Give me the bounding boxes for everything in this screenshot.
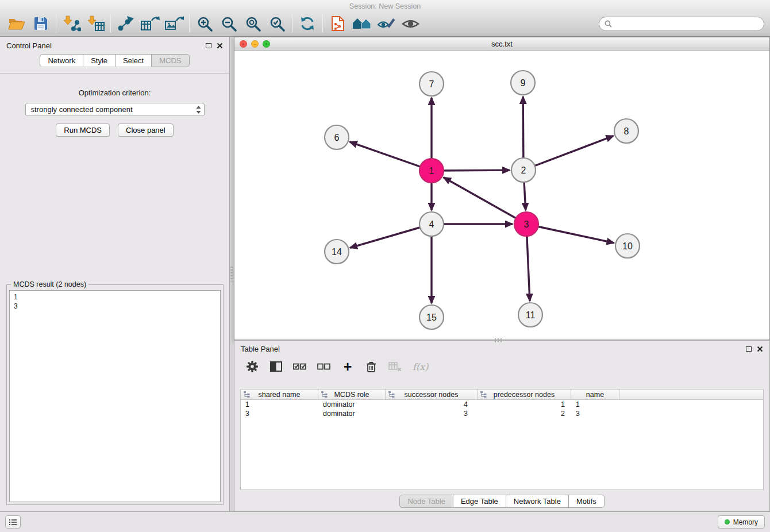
graph-node-6[interactable]: 6 — [325, 125, 349, 149]
graph-node-3[interactable]: 3 — [514, 212, 538, 236]
svg-text:14: 14 — [332, 247, 342, 257]
tab-pane-divider — [0, 73, 229, 74]
cell-predecessor-nodes[interactable]: 2 — [478, 409, 571, 418]
graph-node-4[interactable]: 4 — [419, 212, 444, 236]
cell-successor-nodes[interactable]: 4 — [386, 400, 478, 409]
criterion-dropdown[interactable]: strongly connected component — [25, 103, 205, 116]
close-table-panel-icon[interactable] — [757, 346, 763, 352]
splitter-grip[interactable] — [230, 267, 233, 282]
select-all-icon — [293, 362, 306, 371]
table-panel-splitter[interactable] — [495, 338, 503, 342]
close-panel-button[interactable]: Close panel — [118, 124, 174, 137]
tab-node-table[interactable]: Node Table — [399, 495, 453, 508]
export-image-button[interactable] — [162, 13, 186, 34]
cell-name[interactable]: 3 — [571, 409, 619, 418]
tab-motifs[interactable]: Motifs — [568, 495, 605, 508]
tab-mcds[interactable]: MCDS — [151, 54, 189, 67]
graph-edge-2-8[interactable] — [523, 136, 614, 170]
tab-edge-table[interactable]: Edge Table — [453, 495, 506, 508]
graph-node-10[interactable]: 10 — [615, 234, 640, 258]
apply-function-button[interactable]: f(x) — [413, 360, 428, 373]
cell-shared-name[interactable]: 1 — [241, 400, 318, 409]
save-session-button[interactable] — [29, 13, 53, 34]
session-document-icon — [330, 16, 345, 32]
svg-text:3: 3 — [524, 219, 529, 229]
import-table-icon — [86, 16, 105, 32]
graph-node-9[interactable]: 9 — [511, 71, 535, 95]
graph-node-7[interactable]: 7 — [419, 72, 444, 96]
show-panels-button[interactable] — [5, 515, 21, 529]
table-row[interactable]: 3 dominator 3 2 3 — [241, 409, 763, 418]
open-session-button[interactable] — [326, 13, 350, 34]
zoom-selected-button[interactable] — [265, 13, 289, 34]
graph-node-2[interactable]: 2 — [511, 158, 536, 182]
result-list-item[interactable]: 1 — [10, 292, 220, 302]
main-toolbar — [5, 12, 764, 35]
network-canvas[interactable]: 7968124314101511 — [234, 51, 769, 340]
search-input[interactable] — [615, 20, 759, 28]
cell-predecessor-nodes[interactable]: 1 — [478, 400, 571, 409]
select-all-rows-button[interactable] — [293, 360, 306, 373]
zoom-out-button[interactable] — [217, 13, 241, 34]
graph-node-8[interactable]: 8 — [614, 119, 638, 143]
graph-edge-3-10[interactable] — [526, 224, 614, 243]
graph-edge-1-6[interactable] — [350, 142, 432, 171]
add-row-button[interactable]: + — [341, 360, 354, 373]
network-window: scc.txt 7968124314101511 — [234, 37, 770, 340]
open-folder-button[interactable] — [5, 13, 29, 34]
export-table-button[interactable] — [138, 13, 162, 34]
cell-name[interactable]: 1 — [571, 400, 619, 409]
zoom-window-button[interactable] — [263, 40, 270, 48]
toolbar-separator — [110, 14, 111, 33]
column-header-name[interactable]: name — [571, 390, 619, 399]
close-window-button[interactable] — [240, 40, 247, 48]
delete-rows-button[interactable] — [365, 360, 378, 373]
column-header-predecessor-nodes[interactable]: predecessor nodes — [478, 390, 571, 399]
panel-splitter[interactable] — [230, 37, 234, 511]
search-field[interactable] — [599, 17, 764, 31]
column-header-successor-nodes[interactable]: successor nodes — [386, 390, 478, 399]
tab-network-table[interactable]: Network Table — [506, 495, 569, 508]
mcds-result-list[interactable]: 1 3 — [9, 290, 221, 502]
deselect-all-rows-button[interactable] — [317, 360, 330, 373]
import-table-button[interactable] — [83, 13, 107, 34]
graph-node-14[interactable]: 14 — [325, 240, 349, 264]
zoom-in-button[interactable] — [192, 13, 217, 34]
export-network-button[interactable] — [114, 13, 138, 34]
cell-mcds-role[interactable]: dominator — [318, 400, 386, 409]
column-header-shared-name[interactable]: shared name — [241, 390, 318, 399]
graph-node-15[interactable]: 15 — [419, 305, 444, 329]
column-header-mcds-role[interactable]: MCDS role — [318, 390, 386, 399]
cell-successor-nodes[interactable]: 3 — [386, 409, 478, 418]
graph-node-1[interactable]: 1 — [419, 159, 444, 183]
float-panel-icon[interactable] — [206, 43, 211, 48]
refresh-view-button[interactable] — [295, 13, 319, 34]
table-settings-button[interactable] — [246, 360, 259, 373]
run-mcds-button[interactable]: Run MCDS — [56, 124, 110, 137]
delete-table-button[interactable] — [388, 360, 402, 373]
network-window-titlebar[interactable]: scc.txt — [234, 37, 769, 51]
graph-edge-3-1[interactable] — [444, 178, 526, 224]
tab-network[interactable]: Network — [40, 54, 83, 67]
tab-select[interactable]: Select — [115, 54, 152, 67]
first-neighbors-button[interactable] — [350, 13, 374, 34]
result-list-item[interactable]: 3 — [10, 302, 220, 311]
cell-shared-name[interactable]: 3 — [241, 409, 318, 418]
memory-button[interactable]: Memory — [718, 515, 765, 529]
network-graph[interactable]: 7968124314101511 — [234, 51, 769, 340]
zoom-fit-button[interactable] — [241, 13, 265, 34]
close-panel-icon[interactable] — [217, 43, 223, 49]
export-network-icon — [117, 16, 135, 32]
cell-mcds-role[interactable]: dominator — [318, 409, 386, 418]
import-network-button[interactable] — [59, 13, 83, 34]
tab-style[interactable]: Style — [83, 54, 116, 67]
show-hide-button[interactable] — [398, 13, 422, 34]
graph-edge-4-14[interactable] — [350, 224, 432, 248]
float-table-panel-icon[interactable] — [746, 346, 752, 352]
graph-node-11[interactable]: 11 — [518, 303, 542, 327]
set-visual-style-button[interactable] — [374, 13, 398, 34]
split-table-view-button[interactable] — [270, 360, 282, 373]
svg-text:9: 9 — [521, 78, 526, 88]
table-row[interactable]: 1 dominator 4 1 1 — [241, 400, 763, 409]
minimize-window-button[interactable] — [251, 40, 259, 48]
